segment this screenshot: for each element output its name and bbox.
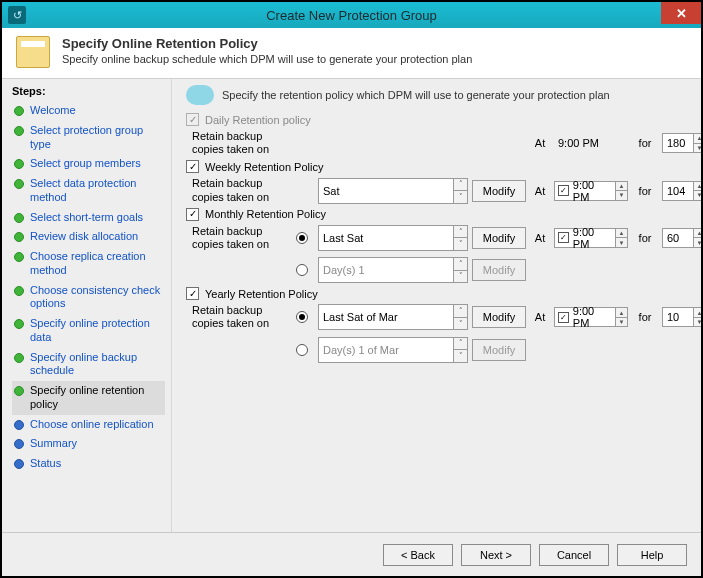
step-bullet-icon (14, 439, 24, 449)
weekly-retain-label: Retain backup copies taken on (192, 177, 292, 203)
step-bullet-icon (14, 459, 24, 469)
titlebar: ↺ Create New Protection Group ✕ (2, 2, 701, 28)
close-button[interactable]: ✕ (661, 2, 701, 24)
monthly-time-input[interactable]: 9:00 PM▲▼ (554, 228, 628, 248)
weekly-modify-button[interactable]: Modify (472, 180, 526, 202)
step-3[interactable]: Select data protection method (12, 174, 165, 208)
cloud-icon (186, 85, 214, 105)
daily-retention-checkbox (186, 113, 199, 126)
page-subheading: Specify online backup schedule which DPM… (62, 53, 472, 65)
step-11[interactable]: Choose online replication (12, 415, 165, 435)
weekly-day-list[interactable]: Sat˄˅ (318, 178, 468, 204)
daily-time: 9:00 PM (554, 133, 628, 153)
weekly-retention-label: Weekly Retention Policy (205, 161, 323, 173)
step-bullet-icon (14, 179, 24, 189)
daily-for-label: for (632, 137, 658, 149)
step-bullet-icon (14, 159, 24, 169)
step-10[interactable]: Specify online retention policy (12, 381, 165, 415)
monthly-option1-radio[interactable] (296, 232, 308, 244)
step-bullet-icon (14, 353, 24, 363)
step-8[interactable]: Specify online protection data (12, 314, 165, 348)
step-1[interactable]: Select protection group type (12, 121, 165, 155)
monthly-at-label: At (530, 232, 550, 244)
step-bullet-icon (14, 286, 24, 296)
step-6[interactable]: Choose replica creation method (12, 247, 165, 281)
step-bullet-icon (14, 386, 24, 396)
step-bullet-icon (14, 319, 24, 329)
daily-retain-label: Retain backup copies taken on (192, 130, 292, 156)
step-label: Review disk allocation (30, 230, 163, 244)
step-label: Select short-term goals (30, 211, 163, 225)
cancel-button[interactable]: Cancel (539, 544, 609, 566)
step-bullet-icon (14, 213, 24, 223)
yearly-option1-radio[interactable] (296, 311, 308, 323)
window-title: Create New Protection Group (2, 8, 701, 23)
monthly-retention-checkbox[interactable] (186, 208, 199, 221)
step-label: Status (30, 457, 163, 471)
step-0[interactable]: Welcome (12, 101, 165, 121)
monthly-duration-input[interactable]: 60▲▼ (662, 228, 701, 248)
monthly-for-label: for (632, 232, 658, 244)
yearly-for-label: for (632, 311, 658, 323)
step-label: Choose consistency check options (30, 284, 163, 312)
step-bullet-icon (14, 232, 24, 242)
step-7[interactable]: Choose consistency check options (12, 281, 165, 315)
yearly-option2-modify-button: Modify (472, 339, 526, 361)
monthly-retain-label: Retain backup copies taken on (192, 225, 292, 251)
step-bullet-icon (14, 106, 24, 116)
step-13[interactable]: Status (12, 454, 165, 474)
step-12[interactable]: Summary (12, 434, 165, 454)
yearly-retention-checkbox[interactable] (186, 287, 199, 300)
weekly-duration-input[interactable]: 104▲▼ (662, 181, 701, 201)
wizard-footer: < Back Next > Cancel Help (2, 532, 701, 576)
step-4[interactable]: Select short-term goals (12, 208, 165, 228)
folder-icon (16, 36, 50, 68)
step-label: Specify online backup schedule (30, 351, 163, 379)
step-label: Choose online replication (30, 418, 163, 432)
monthly-retention-label: Monthly Retention Policy (205, 208, 326, 220)
yearly-retain-label: Retain backup copies taken on (192, 304, 292, 330)
yearly-retention-label: Yearly Retention Policy (205, 288, 318, 300)
step-label: Select protection group type (30, 124, 163, 152)
weekly-time-input[interactable]: 9:00 PM▲▼ (554, 181, 628, 201)
step-2[interactable]: Select group members (12, 154, 165, 174)
steps-title: Steps: (12, 85, 165, 97)
next-button[interactable]: Next > (461, 544, 531, 566)
monthly-option2-list[interactable]: Day(s) 1˄˅ (318, 257, 468, 283)
steps-sidebar: Steps: WelcomeSelect protection group ty… (2, 79, 172, 532)
yearly-option1-modify-button[interactable]: Modify (472, 306, 526, 328)
weekly-at-label: At (530, 185, 550, 197)
main-panel: Specify the retention policy which DPM w… (172, 79, 701, 532)
yearly-option2-list[interactable]: Day(s) 1 of Mar˄˅ (318, 337, 468, 363)
yearly-option1-list[interactable]: Last Sat of Mar˄˅ (318, 304, 468, 330)
daily-retention-label: Daily Retention policy (205, 114, 311, 126)
step-label: Welcome (30, 104, 163, 118)
weekly-retention-checkbox[interactable] (186, 160, 199, 173)
daily-duration-input[interactable]: 180▲▼ (662, 133, 701, 153)
monthly-option2-modify-button: Modify (472, 259, 526, 281)
step-label: Summary (30, 437, 163, 451)
step-bullet-icon (14, 126, 24, 136)
back-button[interactable]: < Back (383, 544, 453, 566)
monthly-option1-list[interactable]: Last Sat˄˅ (318, 225, 468, 251)
daily-at-label: At (530, 137, 550, 149)
step-5[interactable]: Review disk allocation (12, 227, 165, 247)
monthly-option2-radio[interactable] (296, 264, 308, 276)
step-label: Select data protection method (30, 177, 163, 205)
step-bullet-icon (14, 252, 24, 262)
weekly-for-label: for (632, 185, 658, 197)
step-9[interactable]: Specify online backup schedule (12, 348, 165, 382)
yearly-at-label: At (530, 311, 550, 323)
step-label: Select group members (30, 157, 163, 171)
yearly-time-input[interactable]: 9:00 PM▲▼ (554, 307, 628, 327)
page-heading: Specify Online Retention Policy (62, 36, 472, 51)
info-text: Specify the retention policy which DPM w… (222, 89, 610, 101)
step-label: Specify online protection data (30, 317, 163, 345)
yearly-option2-radio[interactable] (296, 344, 308, 356)
monthly-option1-modify-button[interactable]: Modify (472, 227, 526, 249)
step-label: Choose replica creation method (30, 250, 163, 278)
page-header: Specify Online Retention Policy Specify … (2, 28, 701, 79)
help-button[interactable]: Help (617, 544, 687, 566)
step-bullet-icon (14, 420, 24, 430)
yearly-duration-input[interactable]: 10▲▼ (662, 307, 701, 327)
